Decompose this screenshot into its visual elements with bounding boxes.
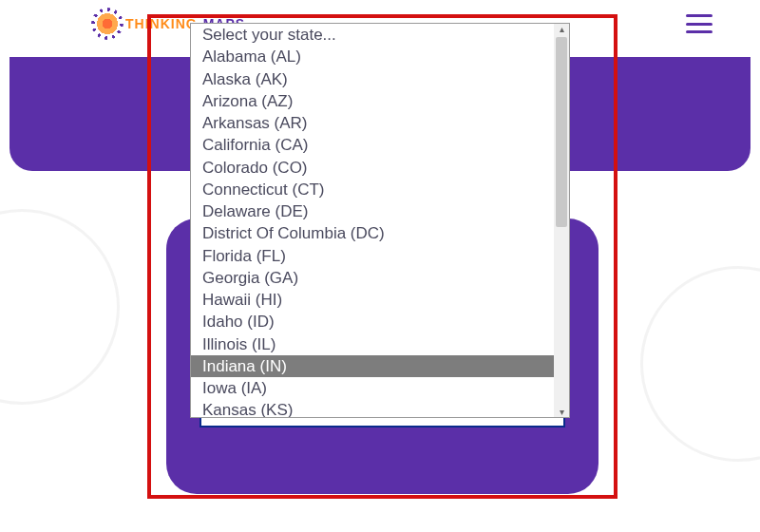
state-option[interactable]: Select your state... (191, 24, 554, 46)
state-option[interactable]: District Of Columbia (DC) (191, 222, 554, 244)
state-option[interactable]: Illinois (IL) (191, 333, 554, 355)
state-option[interactable]: Arizona (AZ) (191, 90, 554, 112)
state-option[interactable]: Connecticut (CT) (191, 179, 554, 200)
state-option[interactable]: Colorado (CO) (191, 157, 554, 179)
state-option[interactable]: Indiana (IN) (191, 355, 554, 377)
state-option[interactable]: Arkansas (AR) (191, 112, 554, 134)
state-option[interactable]: Alaska (AK) (191, 68, 554, 90)
scrollbar[interactable] (554, 24, 569, 417)
sun-icon (95, 11, 120, 36)
hamburger-menu-icon[interactable] (686, 14, 712, 33)
state-option[interactable]: Kansas (KS) (191, 399, 554, 417)
state-option[interactable]: Florida (FL) (191, 245, 554, 267)
state-option[interactable]: Alabama (AL) (191, 46, 554, 67)
scrollbar-thumb[interactable] (556, 37, 567, 227)
state-option[interactable]: Delaware (DE) (191, 200, 554, 222)
state-dropdown: Select your state...Alabama (AL)Alaska (… (190, 23, 570, 418)
state-option[interactable]: Georgia (GA) (191, 267, 554, 289)
state-option[interactable]: Hawaii (HI) (191, 289, 554, 311)
state-option[interactable]: Idaho (ID) (191, 311, 554, 332)
state-dropdown-list[interactable]: Select your state...Alabama (AL)Alaska (… (191, 24, 554, 417)
state-option[interactable]: Iowa (IA) (191, 377, 554, 399)
logo-text-thinking: THINKING (125, 16, 198, 31)
state-option[interactable]: California (CA) (191, 134, 554, 156)
